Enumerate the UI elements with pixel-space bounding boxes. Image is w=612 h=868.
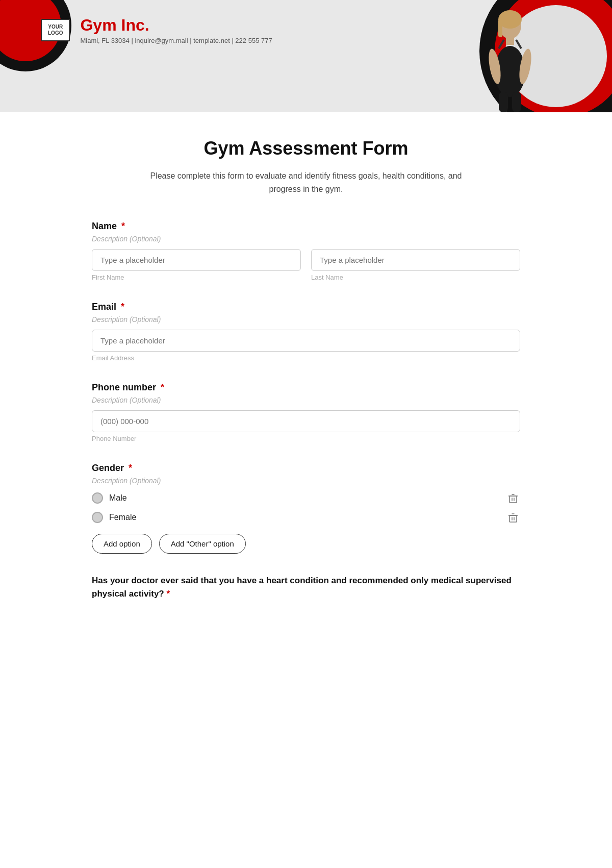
- field-phone: Phone number * Description (Optional) Ph…: [92, 382, 520, 442]
- last-name-input[interactable]: [311, 249, 520, 271]
- field-email: Email * Description (Optional) Email Add…: [92, 302, 520, 362]
- email-input-row: Email Address: [92, 330, 520, 362]
- gender-option-male-left: Male: [92, 492, 127, 504]
- radio-female[interactable]: [92, 512, 103, 523]
- field-heart-condition: Has your doctor ever said that you have …: [92, 574, 520, 600]
- field-name: Name * Description (Optional) First Name…: [92, 221, 520, 281]
- field-gender-required: *: [126, 463, 132, 473]
- gender-option-male: Male: [92, 491, 520, 505]
- svg-line-6: [516, 40, 521, 48]
- gender-button-row: Add option Add "Other" option: [92, 534, 520, 554]
- field-email-required: *: [118, 302, 124, 312]
- svg-rect-4: [506, 36, 514, 45]
- field-phone-required: *: [158, 382, 164, 392]
- first-name-wrapper: First Name: [92, 249, 301, 281]
- field-gender-label: Gender *: [92, 463, 520, 474]
- field-phone-label: Phone number *: [92, 382, 520, 393]
- gender-option-female: Female: [92, 510, 520, 525]
- svg-rect-3: [498, 19, 502, 37]
- field-name-label: Name *: [92, 221, 520, 232]
- radio-male-label: Male: [109, 493, 127, 503]
- phone-wrapper: Phone Number: [92, 410, 520, 442]
- add-other-option-button[interactable]: Add "Other" option: [159, 534, 246, 554]
- phone-input-row: Phone Number: [92, 410, 520, 442]
- field-name-required: *: [119, 221, 125, 231]
- form-title: Gym Assessment Form: [92, 138, 520, 159]
- phone-input[interactable]: [92, 410, 520, 432]
- email-wrapper: Email Address: [92, 330, 520, 362]
- field-name-description: Description (Optional): [92, 235, 520, 243]
- first-name-input[interactable]: [92, 249, 301, 271]
- athlete-silhouette: [469, 5, 551, 112]
- field-email-label: Email *: [92, 302, 520, 312]
- svg-rect-11: [509, 496, 517, 503]
- field-gender: Gender * Description (Optional) Male: [92, 463, 520, 554]
- radio-female-label: Female: [109, 513, 136, 522]
- gender-option-female-left: Female: [92, 512, 136, 523]
- field-phone-description: Description (Optional): [92, 396, 520, 404]
- field-email-description: Description (Optional): [92, 315, 520, 324]
- svg-rect-9: [499, 92, 508, 112]
- heart-condition-label: Has your doctor ever said that you have …: [92, 574, 520, 600]
- svg-rect-16: [509, 515, 517, 522]
- heart-condition-required: *: [164, 589, 170, 599]
- page-header: YOUR LOGO Gym Inc. Miami, FL 33034 | inq…: [0, 0, 612, 112]
- add-option-button[interactable]: Add option: [92, 534, 152, 554]
- main-content: Gym Assessment Form Please complete this…: [0, 112, 612, 868]
- last-name-wrapper: Last Name: [311, 249, 520, 281]
- radio-male[interactable]: [92, 492, 103, 504]
- name-input-row: First Name Last Name: [92, 249, 520, 281]
- first-name-sublabel: First Name: [92, 274, 301, 281]
- svg-rect-10: [512, 92, 521, 112]
- last-name-sublabel: Last Name: [311, 274, 520, 281]
- field-gender-description: Description (Optional): [92, 477, 520, 485]
- form-description: Please complete this form to evaluate an…: [138, 169, 474, 195]
- phone-sublabel: Phone Number: [92, 435, 520, 442]
- email-sublabel: Email Address: [92, 354, 520, 362]
- svg-line-5: [499, 40, 504, 48]
- delete-female-icon[interactable]: [506, 510, 520, 525]
- delete-male-icon[interactable]: [506, 491, 520, 505]
- header-athlete-image: [459, 5, 561, 112]
- email-input[interactable]: [92, 330, 520, 352]
- company-logo: YOUR LOGO: [41, 19, 70, 41]
